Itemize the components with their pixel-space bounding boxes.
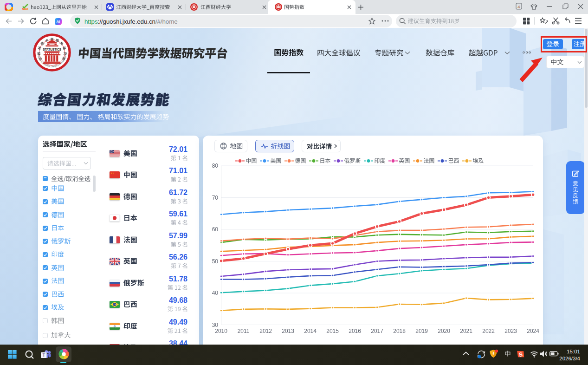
svg-text:STATUSTICS: STATUSTICS	[43, 48, 62, 51]
svg-text:T: T	[42, 352, 45, 358]
svg-text:S: S	[518, 351, 523, 358]
svg-text:4: 4	[517, 4, 520, 9]
